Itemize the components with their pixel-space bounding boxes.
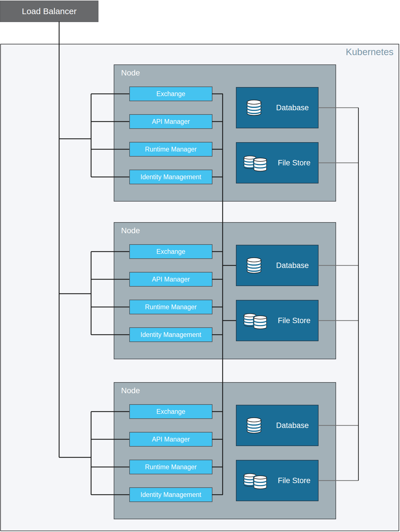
service-identity-management: Identity Management <box>129 327 212 342</box>
node-box-1: Node Exchange API Manager Runtime Manage… <box>114 64 336 202</box>
service-api-manager: API Manager <box>129 432 212 447</box>
service-api-manager: API Manager <box>129 272 212 287</box>
database-icon <box>244 256 264 275</box>
node-label: Node <box>121 68 140 77</box>
load-balancer-label: Load Balancer <box>22 7 76 16</box>
store-file-store: File Store <box>236 142 319 183</box>
store-file-store: File Store <box>236 300 319 341</box>
cluster-label: Kubernetes <box>346 47 393 57</box>
store-label: Database <box>276 421 309 430</box>
node-label: Node <box>121 386 140 395</box>
file-store-icon <box>242 471 269 490</box>
load-balancer-box: Load Balancer <box>0 1 98 22</box>
store-label: File Store <box>278 316 311 325</box>
store-label: File Store <box>278 159 311 167</box>
store-label: Database <box>276 103 309 112</box>
diagram-canvas: Kubernetes Node Exchange API Manager Run… <box>0 0 400 532</box>
service-exchange: Exchange <box>129 244 212 259</box>
node-box-3: Node Exchange API Manager Runtime Manage… <box>114 382 336 519</box>
store-database: Database <box>236 405 319 446</box>
node-label: Node <box>121 226 140 235</box>
store-label: Database <box>276 261 309 270</box>
service-runtime-manager: Runtime Manager <box>129 460 212 474</box>
database-icon <box>244 416 264 435</box>
store-file-store: File Store <box>236 460 319 501</box>
service-runtime-manager: Runtime Manager <box>129 142 212 157</box>
database-icon <box>244 98 264 117</box>
store-database: Database <box>236 245 319 286</box>
service-runtime-manager: Runtime Manager <box>129 300 212 314</box>
service-identity-management: Identity Management <box>129 487 212 502</box>
store-database: Database <box>236 87 319 128</box>
service-exchange: Exchange <box>129 86 212 101</box>
service-exchange: Exchange <box>129 404 212 419</box>
store-label: File Store <box>278 476 311 485</box>
node-box-2: Node Exchange API Manager Runtime Manage… <box>114 222 336 359</box>
file-store-icon <box>242 153 269 173</box>
kubernetes-cluster-box: Kubernetes Node Exchange API Manager Run… <box>0 44 399 531</box>
service-identity-management: Identity Management <box>129 170 212 184</box>
service-api-manager: API Manager <box>129 114 212 129</box>
file-store-icon <box>242 311 269 330</box>
